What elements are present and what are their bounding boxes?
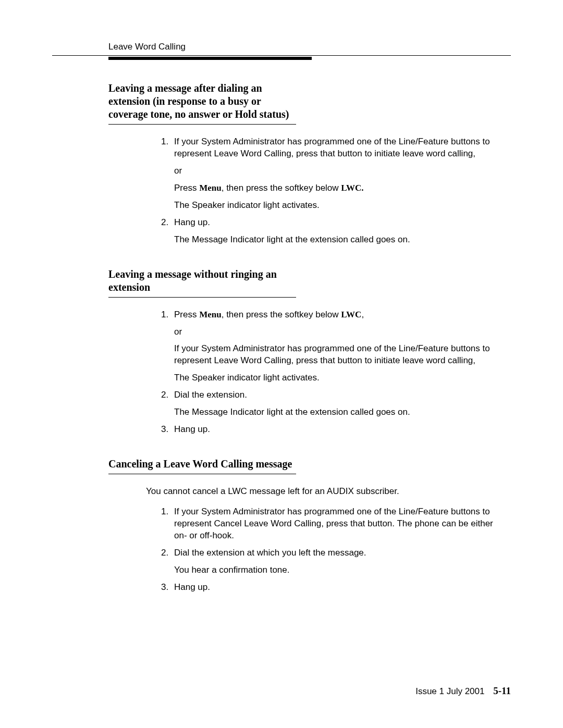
page: Leave Word Calling Leaving a message aft…	[0, 0, 563, 728]
issue-text: Issue 1 July 2001	[415, 686, 484, 696]
step-text: If your System Administrator has program…	[174, 137, 490, 158]
step-sub: The Message Indicator light at the exten…	[174, 234, 500, 246]
text: ,	[361, 310, 364, 319]
step-item: If your System Administrator has program…	[171, 506, 500, 542]
section-intro: You cannot cancel a LWC message left for…	[146, 486, 500, 498]
step-list: If your System Administrator has program…	[146, 506, 500, 594]
step-text: Hang up.	[174, 582, 210, 592]
text: , then press the softkey below	[222, 183, 341, 193]
section-body: You cannot cancel a LWC message left for…	[146, 486, 500, 594]
step-sub: You hear a confirmation tone.	[174, 564, 500, 576]
text: Press	[174, 310, 199, 319]
step-item: If your System Administrator has program…	[171, 136, 500, 212]
step-item: Hang up.	[171, 582, 500, 594]
section-body: Press Menu, then press the softkey below…	[146, 309, 500, 436]
menu-key: Menu	[199, 310, 222, 319]
menu-key: Menu	[199, 183, 222, 193]
lwc-key: LWC	[341, 310, 361, 319]
header-rule-thick	[108, 57, 312, 60]
running-head: Leave Word Calling	[108, 42, 511, 52]
section-cancel-lwc: Canceling a Leave Word Calling message Y…	[52, 458, 511, 594]
step-item: Dial the extension. The Message Indicato…	[171, 389, 500, 418]
section-leave-without-ring: Leaving a message without ringing an ext…	[52, 268, 511, 436]
section-title: Leaving a message after dialing an exten…	[108, 82, 296, 125]
step-text: Dial the extension.	[174, 390, 247, 400]
text: , then press the softkey below	[222, 310, 341, 319]
section-title: Canceling a Leave Word Calling message	[108, 458, 296, 474]
step-list: If your System Administrator has program…	[146, 136, 500, 246]
step-item: Dial the extension at which you left the…	[171, 547, 500, 576]
section-title: Leaving a message without ringing an ext…	[108, 268, 296, 298]
step-text: Hang up.	[174, 424, 210, 434]
step-sub: or	[174, 326, 500, 338]
header-rule-thin	[52, 55, 511, 56]
section-leave-after-dial: Leaving a message after dialing an exten…	[52, 82, 511, 246]
step-item: Hang up. The Message Indicator light at …	[171, 217, 500, 246]
page-footer: Issue 1 July 2001 5-11	[415, 685, 511, 697]
page-number: 5-11	[493, 685, 511, 696]
step-text: Hang up.	[174, 217, 210, 227]
step-text: Press Menu, then press the softkey below…	[174, 310, 364, 319]
step-sub: The Speaker indicator light activates.	[174, 372, 500, 384]
step-sub: The Message Indicator light at the exten…	[174, 406, 500, 418]
step-list: Press Menu, then press the softkey below…	[146, 309, 500, 436]
lwc-key: LWC.	[341, 183, 363, 193]
step-sub: If your System Administrator has program…	[174, 343, 500, 367]
section-body: If your System Administrator has program…	[146, 136, 500, 246]
step-item: Press Menu, then press the softkey below…	[171, 309, 500, 385]
step-item: Hang up.	[171, 424, 500, 436]
step-text: Dial the extension at which you left the…	[174, 548, 366, 558]
step-sub: The Speaker indicator light activates.	[174, 200, 500, 212]
step-sub: or	[174, 165, 500, 177]
step-sub: Press Menu, then press the softkey below…	[174, 182, 500, 194]
text: Press	[174, 183, 199, 193]
step-text: If your System Administrator has program…	[174, 507, 493, 540]
